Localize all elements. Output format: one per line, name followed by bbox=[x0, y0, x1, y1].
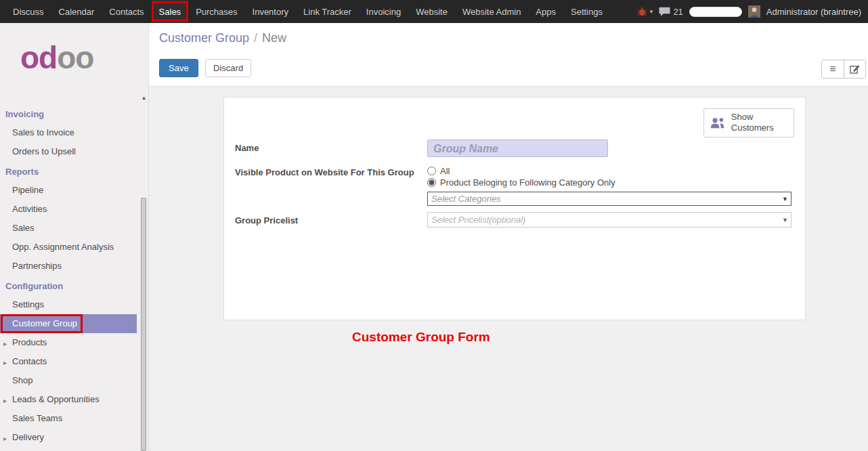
sidebar: odoo Invoicing Sales to Invoice Orders t… bbox=[0, 23, 149, 451]
screen: Discuss Calendar Contacts Sales Purchase… bbox=[0, 0, 868, 451]
radio-all-label: All bbox=[440, 166, 450, 176]
menu-inventory[interactable]: Inventory bbox=[245, 0, 296, 23]
save-button[interactable]: Save bbox=[159, 59, 198, 77]
status-pill-widget[interactable] bbox=[689, 7, 742, 17]
sidebar-section-reports: Reports bbox=[0, 161, 148, 181]
breadcrumb: Customer Group/New bbox=[159, 23, 868, 45]
show-customers-label: Show Customers bbox=[731, 112, 788, 134]
show-customers-button[interactable]: Show Customers bbox=[703, 108, 794, 137]
topbar-right: ▾ 21 Administrator (braintree) bbox=[637, 0, 868, 23]
visibility-row: Visible Product on Website For This Grou… bbox=[235, 164, 794, 189]
radio-category-only[interactable]: Product Beloging to Following Category O… bbox=[427, 177, 791, 188]
visibility-label: Visible Product on Website For This Grou… bbox=[235, 164, 427, 189]
caret-down-icon: ▾ bbox=[650, 8, 653, 15]
list-icon: ≡ bbox=[829, 61, 836, 77]
menu-sales[interactable]: Sales bbox=[152, 0, 189, 23]
name-input[interactable] bbox=[427, 139, 608, 157]
menu-calendar[interactable]: Calendar bbox=[51, 0, 102, 23]
edit-pencil-icon bbox=[850, 64, 860, 74]
bug-icon bbox=[637, 7, 647, 16]
sidebar-item-pipeline[interactable]: Pipeline bbox=[0, 181, 148, 200]
chat-bubble-icon bbox=[659, 7, 670, 16]
pricelist-select[interactable]: Select Pricelist(optional) ▼ bbox=[427, 212, 791, 228]
sidebar-item-sales[interactable]: Sales bbox=[0, 219, 148, 238]
name-row: Name bbox=[235, 139, 794, 157]
menu-website[interactable]: Website bbox=[408, 0, 455, 23]
expand-caret-icon: ▸ bbox=[3, 395, 7, 406]
sidebar-scrollbar-thumb[interactable] bbox=[141, 198, 146, 451]
visibility-options: All Product Beloging to Following Catego… bbox=[427, 164, 791, 189]
top-navbar: Discuss Calendar Contacts Sales Purchase… bbox=[0, 0, 868, 23]
avatar[interactable] bbox=[748, 5, 760, 18]
categories-row: Select Categories ▼ bbox=[235, 192, 794, 206]
radio-category-only-label: Product Beloging to Following Category O… bbox=[440, 177, 615, 188]
top-menu: Discuss Calendar Contacts Sales Purchase… bbox=[0, 0, 610, 23]
menu-invoicing[interactable]: Invoicing bbox=[359, 0, 408, 23]
expand-caret-icon: ▸ bbox=[3, 433, 7, 444]
sidebar-item-contacts[interactable]: ▸ Contacts bbox=[0, 352, 148, 371]
sidebar-item-customer-group-label: Customer Group bbox=[12, 318, 77, 328]
categories-field: Select Categories ▼ bbox=[427, 192, 791, 206]
sidebar-item-products[interactable]: ▸ Products bbox=[0, 333, 148, 352]
debug-menu[interactable]: ▾ bbox=[637, 7, 653, 16]
sidebar-item-shop[interactable]: Shop bbox=[0, 371, 148, 390]
messages-indicator[interactable]: 21 bbox=[659, 7, 682, 17]
message-count: 21 bbox=[673, 7, 682, 17]
form-view-button[interactable] bbox=[844, 60, 865, 78]
expand-caret-icon: ▸ bbox=[3, 339, 7, 349]
sidebar-section-invoicing: Invoicing bbox=[0, 104, 148, 123]
sidebar-item-delivery-label: Delivery bbox=[12, 432, 44, 442]
form-fields: Name Visible Product on Website For This… bbox=[235, 139, 794, 228]
name-label: Name bbox=[235, 139, 427, 157]
sidebar-item-partnerships[interactable]: Partnerships bbox=[0, 257, 148, 276]
dropdown-arrow-icon: ▼ bbox=[782, 196, 788, 202]
menu-website-admin[interactable]: Website Admin bbox=[455, 0, 528, 23]
user-menu[interactable]: Administrator (braintree) bbox=[766, 7, 861, 17]
odoo-logo: odoo bbox=[0, 23, 148, 73]
odoo-logo-magenta: od bbox=[20, 40, 57, 75]
control-panel: Customer Group/New Save Discard ≡ bbox=[149, 23, 868, 87]
sidebar-item-sales-to-invoice[interactable]: Sales to Invoice bbox=[0, 123, 148, 142]
sidebar-menu: Invoicing Sales to Invoice Orders to Ups… bbox=[0, 104, 148, 447]
sidebar-item-customer-group[interactable]: Customer Group bbox=[0, 314, 137, 333]
form-card: Show Customers Name Visible Product on W… bbox=[223, 97, 806, 320]
radio-category-only-input[interactable] bbox=[427, 178, 436, 187]
sidebar-section-configuration: Configuration bbox=[0, 276, 148, 295]
sidebar-item-delivery[interactable]: ▸ Delivery bbox=[0, 428, 148, 447]
view-switcher: ≡ bbox=[821, 60, 866, 79]
categories-label-spacer bbox=[235, 192, 427, 206]
breadcrumb-current: New bbox=[262, 31, 286, 45]
sidebar-item-leads-opportunities[interactable]: ▸ Leads & Opportunities bbox=[0, 390, 148, 409]
content-area: Show Customers Name Visible Product on W… bbox=[149, 97, 868, 345]
sidebar-item-settings[interactable]: Settings bbox=[0, 295, 148, 314]
radio-all[interactable]: All bbox=[427, 166, 791, 176]
menu-settings[interactable]: Settings bbox=[563, 0, 610, 23]
sidebar-item-orders-to-upsell[interactable]: Orders to Upsell bbox=[0, 142, 148, 161]
categories-select[interactable]: Select Categories ▼ bbox=[427, 192, 791, 206]
expand-caret-icon: ▸ bbox=[3, 358, 7, 368]
sidebar-item-opp-assignment-analysis[interactable]: Opp. Assignment Analysis bbox=[0, 238, 148, 257]
menu-link-tracker[interactable]: Link Tracker bbox=[296, 0, 359, 23]
menu-apps[interactable]: Apps bbox=[528, 0, 563, 23]
discard-button[interactable]: Discard bbox=[205, 59, 251, 77]
action-buttons: Save Discard bbox=[159, 59, 868, 77]
avatar-image bbox=[748, 5, 760, 18]
menu-contacts[interactable]: Contacts bbox=[102, 0, 151, 23]
breadcrumb-separator: / bbox=[254, 31, 257, 45]
categories-placeholder: Select Categories bbox=[431, 194, 501, 204]
scroll-up-icon[interactable]: ▲ bbox=[140, 95, 148, 101]
radio-all-input[interactable] bbox=[427, 167, 436, 175]
menu-discuss[interactable]: Discuss bbox=[5, 0, 51, 23]
pricelist-field: Select Pricelist(optional) ▼ bbox=[427, 212, 791, 228]
sidebar-item-sales-teams[interactable]: Sales Teams bbox=[0, 409, 148, 428]
name-field bbox=[427, 139, 791, 157]
list-view-button[interactable]: ≡ bbox=[822, 60, 844, 78]
sidebar-scrollbar[interactable]: ▲ bbox=[140, 95, 148, 451]
annotation-caption: Customer Group Form bbox=[352, 330, 490, 345]
customers-people-icon bbox=[710, 116, 726, 130]
menu-purchases[interactable]: Purchases bbox=[188, 0, 244, 23]
sidebar-item-products-label: Products bbox=[12, 337, 47, 347]
breadcrumb-parent-link[interactable]: Customer Group bbox=[159, 31, 249, 45]
sidebar-item-activities[interactable]: Activities bbox=[0, 200, 148, 219]
sidebar-item-contacts-label: Contacts bbox=[12, 356, 47, 366]
